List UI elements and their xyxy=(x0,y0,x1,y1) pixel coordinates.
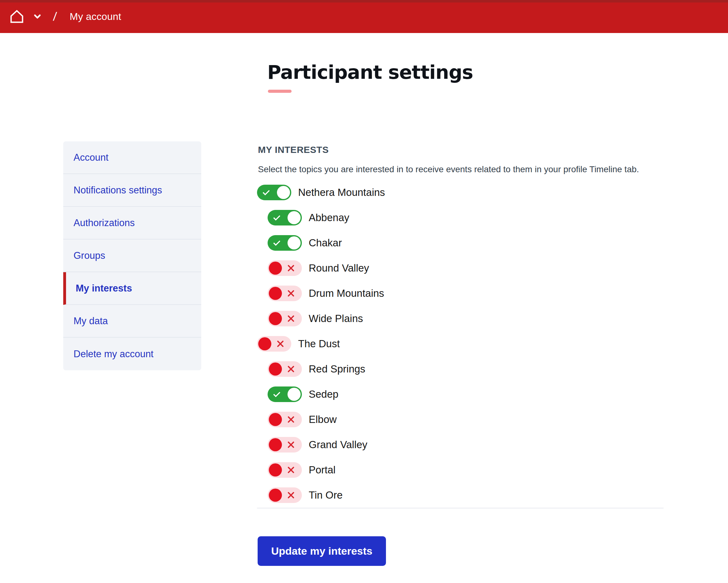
interest-label: Drum Mountains xyxy=(309,288,384,299)
interest-label: Abbenay xyxy=(309,212,349,223)
toggle-knob xyxy=(269,413,282,426)
sidebar-item-label: My data xyxy=(74,316,108,327)
toggle-round-valley[interactable] xyxy=(267,260,302,276)
toggle-knob xyxy=(288,211,301,224)
page-title: Participant settings xyxy=(267,61,473,83)
toggle-knob xyxy=(288,236,301,249)
interest-row-grand-valley: Grand Valley xyxy=(267,437,665,452)
toggle-portal[interactable] xyxy=(267,462,302,478)
interest-label: Tin Ore xyxy=(309,489,343,501)
toggle-wide-plains[interactable] xyxy=(267,311,302,326)
toggle-the-dust[interactable] xyxy=(257,336,291,352)
toggle-nethera-mountains[interactable] xyxy=(257,185,291,200)
toggle-knob xyxy=(269,488,282,502)
sidebar-item-authorizations[interactable]: Authorizations xyxy=(63,207,201,239)
interest-label: Nethera Mountains xyxy=(298,187,385,198)
chevron-down-glyph xyxy=(33,12,42,21)
sidebar-item-label: Delete my account xyxy=(74,348,154,360)
top-nav-bar: / My account xyxy=(0,0,728,33)
interest-label: The Dust xyxy=(298,338,340,350)
check-icon xyxy=(272,239,281,247)
sidebar-item-label: Notifications settings xyxy=(74,185,162,196)
interest-row-chakar: Chakar xyxy=(267,235,665,251)
toggle-chakar[interactable] xyxy=(267,235,302,251)
interest-row-portal: Portal xyxy=(267,462,665,478)
toggle-knob xyxy=(269,463,282,476)
interest-row-the-dust: The Dust xyxy=(257,336,665,352)
toggle-knob xyxy=(277,186,290,199)
update-interests-button[interactable]: Update my interests xyxy=(258,536,386,566)
sidebar-item-label: Authorizations xyxy=(74,217,135,229)
sidebar-item-label: My interests xyxy=(76,283,132,294)
x-icon xyxy=(287,466,295,474)
settings-sidebar: AccountNotifications settingsAuthorizati… xyxy=(63,141,201,370)
interest-label: Elbow xyxy=(309,414,337,425)
home-icon[interactable] xyxy=(10,9,24,24)
chevron-down-icon[interactable] xyxy=(32,11,43,22)
x-icon xyxy=(287,491,295,499)
x-icon xyxy=(287,289,295,297)
sidebar-item-notifications-settings[interactable]: Notifications settings xyxy=(63,174,201,207)
x-icon xyxy=(276,340,284,348)
toggle-knob xyxy=(269,363,282,376)
toggle-red-springs[interactable] xyxy=(267,361,302,377)
x-icon xyxy=(287,264,295,272)
interest-row-red-springs: Red Springs xyxy=(267,361,665,377)
toggle-knob xyxy=(269,438,282,451)
toggle-knob xyxy=(269,262,282,275)
interest-row-abbenay: Abbenay xyxy=(267,210,665,226)
sidebar-item-delete-my-account[interactable]: Delete my account xyxy=(63,338,201,370)
sidebar-item-label: Groups xyxy=(74,250,105,261)
interest-label: Portal xyxy=(309,464,336,476)
interest-row-round-valley: Round Valley xyxy=(267,260,665,276)
interests-description: Select the topics you are interested in … xyxy=(258,164,639,175)
interests-toggle-list: Nethera MountainsAbbenayChakarRound Vall… xyxy=(257,185,665,513)
toggle-drum-mountains[interactable] xyxy=(267,286,302,301)
interest-row-sedep: Sedep xyxy=(267,387,665,402)
sidebar-item-my-data[interactable]: My data xyxy=(63,305,201,338)
x-icon xyxy=(287,365,295,373)
toggle-knob xyxy=(288,388,301,401)
interest-label: Red Springs xyxy=(309,363,365,375)
toggle-sedep[interactable] xyxy=(267,387,302,402)
interest-label: Wide Plains xyxy=(309,313,363,324)
sidebar-item-label: Account xyxy=(74,152,108,163)
breadcrumb-current: My account xyxy=(70,11,122,22)
title-accent-underline xyxy=(268,90,292,93)
toggle-elbow[interactable] xyxy=(267,412,302,427)
interest-label: Grand Valley xyxy=(309,439,367,451)
sidebar-item-groups[interactable]: Groups xyxy=(63,239,201,272)
sidebar-item-account[interactable]: Account xyxy=(63,141,201,174)
home-icon-glyph xyxy=(10,9,24,24)
toggle-tin-ore[interactable] xyxy=(267,487,302,503)
sidebar-item-my-interests[interactable]: My interests xyxy=(63,272,201,305)
interest-label: Sedep xyxy=(309,388,338,400)
toggle-grand-valley[interactable] xyxy=(267,437,302,452)
interests-heading: MY INTERESTS xyxy=(258,144,329,155)
interest-row-wide-plains: Wide Plains xyxy=(267,311,665,326)
breadcrumb-separator: / xyxy=(53,10,57,23)
x-icon xyxy=(287,416,295,424)
toggle-abbenay[interactable] xyxy=(267,210,302,226)
interest-row-nethera-mountains: Nethera Mountains xyxy=(257,185,665,200)
interest-row-drum-mountains: Drum Mountains xyxy=(267,286,665,301)
interest-row-elbow: Elbow xyxy=(267,412,665,427)
toggle-knob xyxy=(258,337,271,350)
x-icon xyxy=(287,441,295,449)
check-icon xyxy=(262,188,270,196)
x-icon xyxy=(287,315,295,323)
toggle-knob xyxy=(269,312,282,325)
section-divider xyxy=(257,508,664,509)
check-icon xyxy=(272,214,281,222)
interest-row-tin-ore: Tin Ore xyxy=(267,487,665,503)
toggle-knob xyxy=(269,287,282,300)
check-icon xyxy=(272,390,281,398)
interest-label: Chakar xyxy=(309,237,342,249)
interest-label: Round Valley xyxy=(309,262,369,274)
